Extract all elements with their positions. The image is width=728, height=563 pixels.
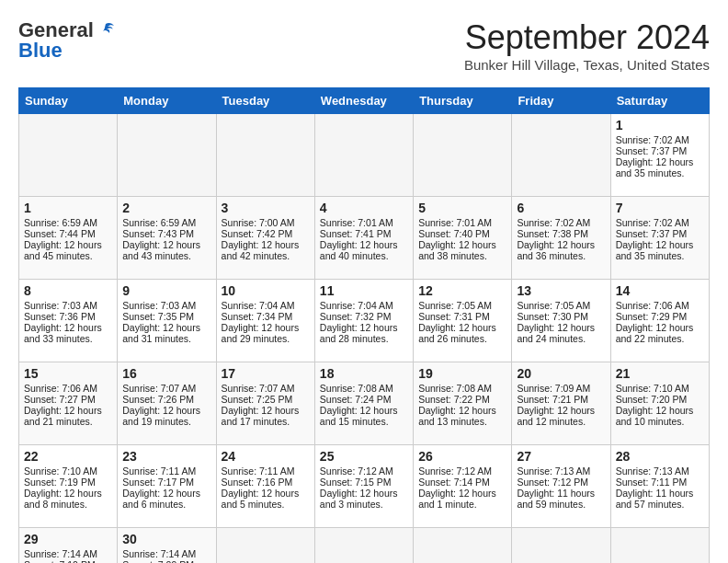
sunset-text: Sunset: 7:37 PM [616,228,704,239]
header-row: Sunday Monday Tuesday Wednesday Thursday… [19,88,710,114]
sunrise-text: Sunrise: 7:06 AM [616,300,704,311]
sunrise-text: Sunrise: 7:02 AM [616,134,704,145]
day-number: 20 [517,366,605,381]
sunset-text: Sunset: 7:43 PM [122,228,210,239]
sunrise-text: Sunrise: 6:59 AM [122,217,210,228]
day-number: 24 [222,449,310,464]
calendar-table: Sunday Monday Tuesday Wednesday Thursday… [18,87,710,563]
calendar-cell [414,114,512,197]
calendar-cell: 24Sunrise: 7:11 AMSunset: 7:16 PMDayligh… [216,445,314,528]
col-thursday: Thursday [414,88,512,114]
calendar-cell: 11Sunrise: 7:04 AMSunset: 7:32 PMDayligh… [314,280,413,362]
calendar-cell: 1Sunrise: 6:59 AMSunset: 7:44 PMDaylight… [19,197,118,280]
day-number: 6 [517,201,605,215]
sunrise-text: Sunrise: 7:11 AM [222,465,310,477]
calendar-cell: 3Sunrise: 7:00 AMSunset: 7:42 PMDaylight… [216,197,314,280]
daylight-text: Daylight: 12 hours and 31 minutes. [122,322,210,344]
sunrise-text: Sunrise: 7:04 AM [222,300,310,311]
daylight-text: Daylight: 12 hours and 35 minutes. [616,239,704,261]
day-number: 21 [616,366,704,381]
daylight-text: Daylight: 12 hours and 45 minutes. [24,239,112,261]
logo-blue-text: Blue [18,39,63,63]
sunset-text: Sunset: 7:44 PM [24,228,112,239]
sunset-text: Sunset: 7:25 PM [222,394,310,405]
daylight-text: Daylight: 12 hours and 6 minutes. [122,488,210,510]
day-number: 1 [24,201,112,215]
sunrise-text: Sunrise: 7:04 AM [320,300,408,311]
calendar-cell: 26Sunrise: 7:12 AMSunset: 7:14 PMDayligh… [414,445,512,528]
calendar-cell: 6Sunrise: 7:02 AMSunset: 7:38 PMDaylight… [512,197,610,280]
daylight-text: Daylight: 12 hours and 26 minutes. [418,322,506,344]
daylight-text: Daylight: 12 hours and 35 minutes. [616,156,704,178]
sunset-text: Sunset: 7:10 PM [24,559,112,563]
location-subtitle: Bunker Hill Village, Texas, United State… [464,57,710,73]
day-number: 15 [24,366,112,381]
calendar-cell: 19Sunrise: 7:08 AMSunset: 7:22 PMDayligh… [414,362,512,445]
sunset-text: Sunset: 7:24 PM [320,394,408,405]
sunrise-text: Sunrise: 6:59 AM [24,217,112,228]
col-sunday: Sunday [19,88,118,114]
day-number: 3 [222,201,310,215]
sunrise-text: Sunrise: 7:03 AM [122,300,210,311]
sunset-text: Sunset: 7:40 PM [418,228,506,239]
page-header: General Blue September 2024 Bunker Hill … [18,18,710,73]
daylight-text: Daylight: 12 hours and 28 minutes. [320,322,408,344]
day-number: 29 [24,532,112,546]
daylight-text: Daylight: 12 hours and 42 minutes. [222,239,310,261]
sunrise-text: Sunrise: 7:12 AM [418,465,506,477]
daylight-text: Daylight: 11 hours and 57 minutes. [616,488,704,510]
daylight-text: Daylight: 12 hours and 5 minutes. [222,488,310,510]
sunset-text: Sunset: 7:38 PM [517,228,605,239]
calendar-cell [314,528,413,564]
calendar-cell [216,528,314,564]
calendar-cell [610,528,709,564]
daylight-text: Daylight: 12 hours and 38 minutes. [418,239,506,261]
calendar-cell: 8Sunrise: 7:03 AMSunset: 7:36 PMDaylight… [19,280,118,362]
day-number: 28 [616,449,704,464]
sunrise-text: Sunrise: 7:01 AM [418,217,506,228]
daylight-text: Daylight: 12 hours and 10 minutes. [616,405,704,427]
calendar-cell: 10Sunrise: 7:04 AMSunset: 7:34 PMDayligh… [216,280,314,362]
logo-bird-icon [96,20,116,40]
sunset-text: Sunset: 7:21 PM [517,394,605,405]
logo: General Blue [18,18,116,63]
sunrise-text: Sunrise: 7:13 AM [517,465,605,477]
calendar-cell: 17Sunrise: 7:07 AMSunset: 7:25 PMDayligh… [216,362,314,445]
calendar-cell: 2Sunrise: 6:59 AMSunset: 7:43 PMDaylight… [118,197,216,280]
day-number: 14 [616,283,704,298]
sunset-text: Sunset: 7:36 PM [24,311,112,322]
daylight-text: Daylight: 12 hours and 40 minutes. [320,239,408,261]
sunrise-text: Sunrise: 7:07 AM [222,383,310,394]
day-number: 4 [320,201,408,215]
day-number: 30 [122,532,210,546]
calendar-cell: 5Sunrise: 7:01 AMSunset: 7:40 PMDaylight… [414,197,512,280]
day-number: 22 [24,449,112,464]
calendar-cell [512,528,610,564]
calendar-cell: 14Sunrise: 7:06 AMSunset: 7:29 PMDayligh… [610,280,709,362]
sunrise-text: Sunrise: 7:10 AM [616,383,704,394]
sunset-text: Sunset: 7:41 PM [320,228,408,239]
calendar-cell: 15Sunrise: 7:06 AMSunset: 7:27 PMDayligh… [19,362,118,445]
daylight-text: Daylight: 12 hours and 22 minutes. [616,322,704,344]
day-number: 19 [418,366,506,381]
calendar-week-row: 22Sunrise: 7:10 AMSunset: 7:19 PMDayligh… [19,445,710,528]
sunset-text: Sunset: 7:19 PM [24,477,112,488]
sunset-text: Sunset: 7:09 PM [122,559,210,563]
calendar-cell: 23Sunrise: 7:11 AMSunset: 7:17 PMDayligh… [118,445,216,528]
day-number: 9 [122,283,210,298]
daylight-text: Daylight: 12 hours and 15 minutes. [320,405,408,427]
sunset-text: Sunset: 7:26 PM [122,394,210,405]
calendar-week-row: 1Sunrise: 6:59 AMSunset: 7:44 PMDaylight… [19,197,710,280]
col-monday: Monday [118,88,216,114]
calendar-cell: 4Sunrise: 7:01 AMSunset: 7:41 PMDaylight… [314,197,413,280]
title-section: September 2024 Bunker Hill Village, Texa… [464,18,710,73]
day-number: 13 [517,283,605,298]
sunset-text: Sunset: 7:20 PM [616,394,704,405]
calendar-cell: 25Sunrise: 7:12 AMSunset: 7:15 PMDayligh… [314,445,413,528]
sunset-text: Sunset: 7:12 PM [517,477,605,488]
day-number: 27 [517,449,605,464]
day-number: 2 [122,201,210,215]
day-number: 26 [418,449,506,464]
sunrise-text: Sunrise: 7:00 AM [222,217,310,228]
sunrise-text: Sunrise: 7:03 AM [24,300,112,311]
